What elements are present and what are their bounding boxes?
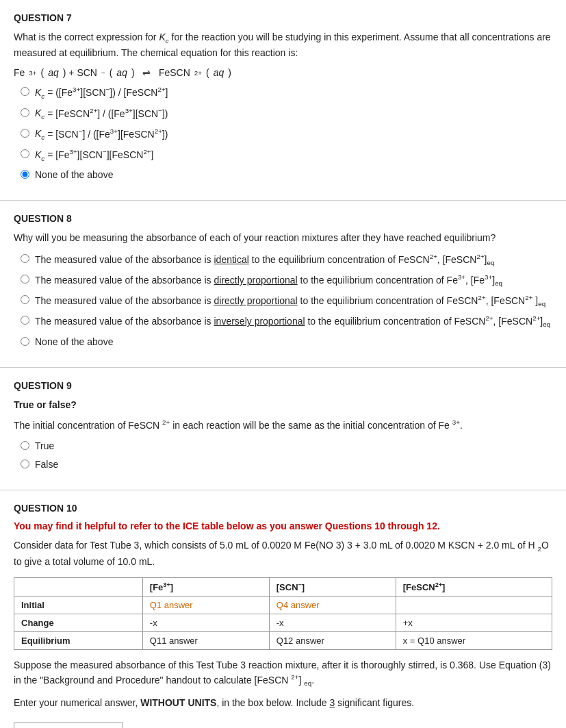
question-7-reaction: Fe 3+( aq) + SCN −(aq) ⇌ FeSCN 2+( aq) bbox=[14, 67, 552, 78]
table-header-fe: [Fe3+] bbox=[142, 577, 269, 596]
question-8-title: QUESTION 8 bbox=[14, 213, 552, 224]
question-10-block: QUESTION 10 You may find it helpful to r… bbox=[0, 490, 566, 728]
q9-radio-true[interactable] bbox=[21, 441, 29, 450]
q8-label-b: The measured value of the absorbance is … bbox=[35, 273, 502, 289]
q7-option-d[interactable]: Kc = [Fe3+][SCN−][FeSCN2+] bbox=[21, 147, 552, 164]
q7-option-e[interactable]: None of the above bbox=[21, 168, 552, 182]
q8-option-c[interactable]: The measured value of the absorbance is … bbox=[21, 293, 552, 310]
q8-radio-a[interactable] bbox=[21, 254, 29, 263]
question-10-bottom-text2: Enter your numerical answer, WITHOUT UNI… bbox=[14, 696, 552, 710]
table-header-scn: [SCN−] bbox=[269, 577, 396, 596]
table-row-label-equilibrium: Equilibrium bbox=[14, 632, 143, 650]
question-10-title: QUESTION 10 bbox=[14, 503, 552, 514]
q8-option-b[interactable]: The measured value of the absorbance is … bbox=[21, 273, 552, 289]
q7-label-b: Kc = [FeSCN2+] / ([Fe3+][SCN−]) bbox=[35, 106, 168, 123]
q8-radio-b[interactable] bbox=[21, 275, 29, 284]
q8-option-a[interactable]: The measured value of the absorbance is … bbox=[21, 252, 552, 268]
table-header-fescn: [FeSCN2+] bbox=[396, 577, 552, 596]
table-cell-eq-fescn: x = Q10 answer bbox=[396, 632, 552, 650]
q8-radio-e[interactable] bbox=[21, 337, 29, 346]
question-7-options: Kc = ([Fe3+][SCN−]) / [FeSCN2+] Kc = [Fe… bbox=[21, 85, 552, 182]
table-row-label-change: Change bbox=[14, 614, 143, 632]
question-10-answer-input[interactable] bbox=[14, 723, 123, 728]
table-row-initial: Initial Q1 answer Q4 answer bbox=[14, 597, 552, 614]
q8-label-e: None of the above bbox=[35, 335, 113, 349]
q7-radio-e[interactable] bbox=[21, 170, 29, 179]
question-7-block: QUESTION 7 What is the correct expressio… bbox=[0, 0, 566, 201]
question-10-text: Consider data for Test Tube 3, which con… bbox=[14, 538, 552, 568]
question-7-text: What is the correct expression for Kc fo… bbox=[14, 30, 552, 60]
table-header-blank bbox=[14, 577, 143, 596]
ice-table: [Fe3+] [SCN−] [FeSCN2+] Initial Q1 answe… bbox=[14, 577, 552, 650]
question-7-title: QUESTION 7 bbox=[14, 12, 552, 23]
q7-label-a: Kc = ([Fe3+][SCN−]) / [FeSCN2+] bbox=[35, 85, 168, 101]
q7-radio-c[interactable] bbox=[21, 129, 29, 138]
question-9-options: True False bbox=[21, 439, 552, 472]
table-cell-change-fe: -x bbox=[142, 614, 269, 632]
table-cell-change-scn: -x bbox=[269, 614, 396, 632]
table-cell-change-fescn: +x bbox=[396, 614, 552, 632]
q7-option-c[interactable]: Kc = [SCN−] / ([Fe3+][FeSCN2+]) bbox=[21, 127, 552, 143]
question-8-text: Why will you be measuring the absorbance… bbox=[14, 231, 552, 245]
q8-option-d[interactable]: The measured value of the absorbance is … bbox=[21, 314, 552, 330]
q7-option-a[interactable]: Kc = ([Fe3+][SCN−]) / [FeSCN2+] bbox=[21, 85, 552, 101]
q8-option-e[interactable]: None of the above bbox=[21, 335, 552, 349]
question-9-subtitle: True or false? bbox=[14, 398, 552, 412]
q7-label-c: Kc = [SCN−] / ([Fe3+][FeSCN2+]) bbox=[35, 127, 168, 143]
q9-option-false[interactable]: False bbox=[21, 457, 552, 472]
q9-radio-false[interactable] bbox=[21, 460, 29, 468]
q9-option-true[interactable]: True bbox=[21, 439, 552, 453]
table-row-equilibrium: Equilibrium Q11 answer Q12 answer x = Q1… bbox=[14, 632, 552, 650]
q8-label-a: The measured value of the absorbance is … bbox=[35, 252, 494, 268]
q7-label-d: Kc = [Fe3+][SCN−][FeSCN2+] bbox=[35, 147, 153, 164]
q7-label-e: None of the above bbox=[35, 168, 113, 182]
q9-label-false: False bbox=[35, 457, 58, 472]
q8-radio-d[interactable] bbox=[21, 316, 29, 325]
q8-label-d: The measured value of the absorbance is … bbox=[35, 314, 550, 330]
table-cell-eq-fe: Q11 answer bbox=[142, 632, 269, 650]
table-row-label-initial: Initial bbox=[14, 597, 143, 614]
table-cell-initial-scn: Q4 answer bbox=[269, 597, 396, 614]
question-10-red-note: You may find it helpful to refer to the … bbox=[14, 520, 552, 531]
table-cell-eq-scn: Q12 answer bbox=[269, 632, 396, 650]
table-cell-initial-fescn bbox=[396, 597, 552, 614]
q7-radio-d[interactable] bbox=[21, 149, 29, 158]
table-cell-initial-fe: Q1 answer bbox=[142, 597, 269, 614]
question-9-text: The initial concentration of FeSCN 2+ in… bbox=[14, 418, 552, 433]
q7-radio-a[interactable] bbox=[21, 87, 29, 96]
q7-option-b[interactable]: Kc = [FeSCN2+] / ([Fe3+][SCN−]) bbox=[21, 106, 552, 123]
question-9-block: QUESTION 9 True or false? The initial co… bbox=[0, 368, 566, 491]
q8-label-c: The measured value of the absorbance is … bbox=[35, 293, 545, 310]
question-9-title: QUESTION 9 bbox=[14, 380, 552, 391]
table-row-change: Change -x -x +x bbox=[14, 614, 552, 632]
question-8-block: QUESTION 8 Why will you be measuring the… bbox=[0, 201, 566, 368]
q8-radio-c[interactable] bbox=[21, 295, 29, 304]
question-8-options: The measured value of the absorbance is … bbox=[21, 252, 552, 349]
q7-radio-b[interactable] bbox=[21, 108, 29, 117]
q9-label-true: True bbox=[35, 439, 54, 453]
question-10-bottom-text1: Suppose the measured absorbance of this … bbox=[14, 658, 552, 689]
